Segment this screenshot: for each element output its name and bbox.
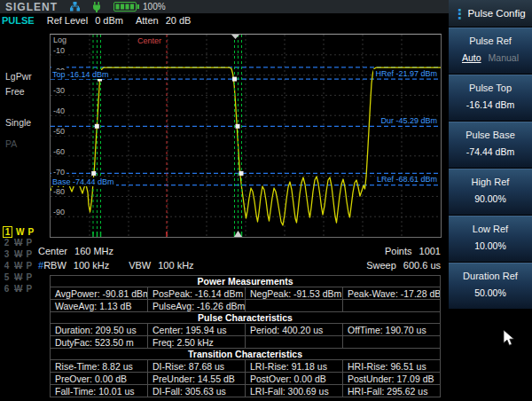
points-value: 1001 (419, 246, 441, 256)
annunciator-free: Free (5, 86, 25, 97)
sidebar-item-high-ref[interactable]: High Ref90.00% (449, 169, 532, 216)
option-manual[interactable]: Manual (489, 52, 519, 63)
lan-icon (70, 2, 80, 12)
sidebar-item-label: Pulse Base (449, 122, 532, 140)
trace-flag: P (26, 284, 32, 294)
trace-flag: P (26, 249, 32, 259)
rbw-value: 100 kHz (74, 260, 109, 271)
trace-flag: W (14, 249, 22, 259)
crossing-marker (239, 171, 244, 176)
meas-cell: PostUnder: 17.09 dB (343, 373, 441, 385)
sidebar-title: Pulse Config (466, 8, 527, 19)
meas-cell: Peak-Wave: -17.28 dBm (343, 287, 441, 300)
trace-number: 5 (3, 272, 11, 282)
table-row: Duration: 209.50 usCenter: 195.94 usPeri… (51, 324, 441, 336)
table-section-header-row: Pulse Characteristics (51, 312, 441, 324)
trace-indicator-6[interactable]: 6WP (3, 284, 47, 295)
y-axis-label: -70 (51, 168, 66, 177)
annunciator-single: Single (5, 117, 31, 128)
y-axis-label: -40 (51, 106, 66, 115)
meas-cell-empty (343, 300, 441, 312)
trace-number: 3 (3, 249, 11, 259)
sweep-label: Sweep (366, 260, 396, 271)
sidebar-item-label: Duration Ref (449, 263, 532, 281)
meas-cell: HRI-Fall: 295.62 us (343, 385, 441, 397)
meas-cell: LRI-Fall: 300.69 us (246, 385, 343, 397)
trace-number: 1 (3, 226, 12, 238)
section-title: Pulse Characteristics (51, 312, 441, 324)
meas-cell: Rise-Time: 8.82 us (51, 360, 148, 373)
table-row: WaveAvg: 1.13 dBPulseAvg: -16.26 dBm (51, 300, 441, 312)
atten-value: 20 dB (166, 15, 192, 26)
meas-cell: DI-Fall: 305.63 us (148, 385, 246, 397)
freq-bar-row1: Center 160 MHz Points 1001 (38, 246, 441, 256)
high-ref-line-label: HRef -21.97 dBm (373, 69, 439, 78)
annunciator-pa: PA (5, 138, 17, 149)
table-section-header-row: Power Measurements (51, 276, 441, 287)
trace-canvas (51, 35, 441, 237)
meas-cell: DI-Rise: 87.68 us (148, 360, 246, 373)
meas-cell: PostOver: 0.00 dB (246, 373, 343, 385)
trace-number: 2 (3, 238, 11, 248)
y-axis-label: -10 (51, 46, 66, 55)
amplitude-scale-label: Log (51, 35, 68, 44)
crossing-marker (95, 124, 99, 129)
trace-flag: W (14, 238, 22, 248)
y-axis-label: -30 (51, 86, 66, 95)
freq-bar-row2: # RBW 100 kHz VBW 100 kHz Sweep 600.6 us (38, 260, 441, 271)
y-axis-label: -60 (51, 147, 66, 156)
table-row: PreOver: 0.00 dBPreUnder: 14.55 dBPostOv… (51, 373, 441, 385)
mouse-cursor (503, 329, 515, 350)
table-row: Rise-Time: 8.82 usDI-Rise: 87.68 usLRI-R… (51, 360, 441, 373)
option-auto[interactable]: Auto (462, 52, 481, 63)
measurement-table: Power MeasurementsAvgPower: -90.81 dBmPo… (50, 275, 441, 397)
table-row: AvgPower: -90.81 dBmPosPeak: -16.14 dBmN… (51, 287, 441, 300)
meas-cell: NegPeak: -91.53 dBm (246, 287, 343, 300)
crossing-marker (236, 124, 240, 129)
meas-cell: PreOver: 0.00 dB (51, 373, 148, 385)
y-axis-label: -80 (51, 187, 66, 196)
sidebar-header[interactable]: ⋮ Pulse Config (449, 0, 532, 28)
section-title: Power Measurements (51, 276, 441, 287)
crossing-marker (232, 77, 237, 82)
sidebar-item-low-ref[interactable]: Low Ref10.00% (449, 216, 532, 263)
pulse-base-line-label: Base -74.44 dBm (51, 177, 116, 186)
siglent-logo: SIGLENT (5, 1, 58, 13)
meas-cell: OffTime: 190.70 us (343, 324, 441, 336)
trace-flag: P (26, 272, 32, 282)
status-bar: SIGLENT 100% (0, 0, 449, 13)
instrument-screen: SIGLENT 100% PULSE Ref Level 0 dBm Atten… (0, 0, 532, 401)
plot-area: Log -10-20-30-40-50-60-70-80-90 Center H… (50, 34, 442, 238)
duration-ref-line-label: Dur -45.29 dBm (379, 116, 439, 125)
meas-cell: LRI-Rise: 91.18 us (246, 360, 343, 373)
sidebar-item-pulse-ref[interactable]: Pulse RefAutoManual (449, 28, 532, 75)
vbw-label: VBW (129, 260, 151, 271)
atten-label: Atten (136, 15, 159, 26)
meas-cell: Freq: 2.50 kHz (148, 336, 246, 349)
points-label: Points (385, 246, 412, 256)
sidebar-item-pulse-top[interactable]: Pulse Top-16.14 dBm (449, 75, 532, 122)
table-section-header-row: Transition Characteristics (51, 349, 441, 360)
trace-number: 4 (3, 261, 11, 271)
trace-flag: W (16, 227, 24, 237)
meas-cell: HRI-Rise: 96.51 us (343, 360, 441, 373)
meas-cell: DutyFac: 523.50 m (51, 336, 148, 349)
section-title: Transition Characteristics (51, 349, 441, 360)
sidebar-item-duration-ref[interactable]: Duration Ref50.00% (449, 263, 532, 310)
sidebar-item-value: 50.00% (449, 281, 532, 298)
meas-cell: WaveAvg: 1.13 dB (51, 300, 148, 312)
sidebar-item-label: Pulse Top (449, 75, 532, 93)
annunciator-lgpwr: LgPwr (5, 71, 32, 82)
sidebar-item-value: 90.00% (449, 187, 532, 204)
header-bar: PULSE Ref Level 0 dBm Atten 20 dB (0, 13, 449, 28)
trace-flag: W (14, 272, 22, 282)
meas-cell: PulseAvg: -16.26 dBm (148, 300, 246, 312)
sidebar-item-pulse-base[interactable]: Pulse Base-74.44 dBm (449, 122, 532, 169)
y-axis-label: -50 (51, 127, 66, 136)
trace-indicator-1[interactable]: 1WP (3, 226, 47, 238)
mode-label: PULSE (2, 15, 35, 26)
y-axis-label: -90 (51, 208, 66, 216)
meas-cell: PosPeak: -16.14 dBm (148, 287, 246, 300)
trace-indicator-5[interactable]: 5WP (3, 272, 47, 284)
trace-flag: W (14, 284, 22, 294)
